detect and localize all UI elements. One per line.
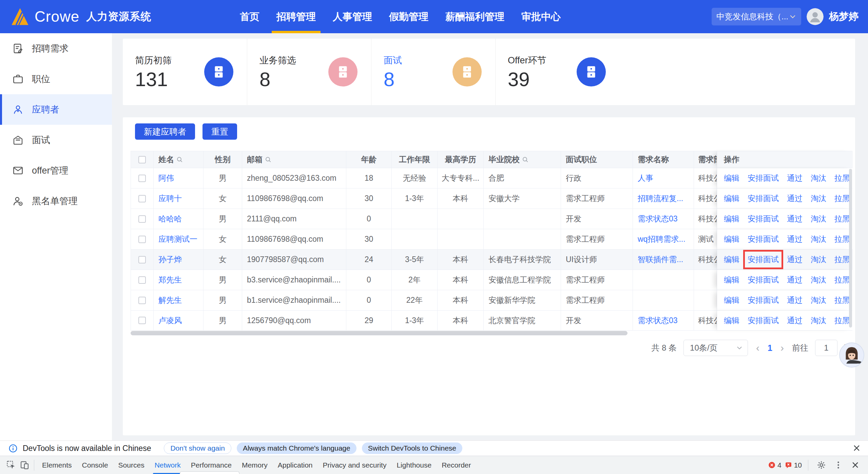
row-checkbox[interactable]: [138, 215, 146, 223]
sidebar-item-职位[interactable]: 职位: [0, 64, 112, 94]
devtools-tab-Application[interactable]: Application: [273, 456, 318, 474]
action-通过[interactable]: 通过: [787, 193, 803, 204]
devtools-tab-Sources[interactable]: Sources: [113, 456, 150, 474]
username[interactable]: 杨梦婷: [829, 10, 859, 23]
current-page[interactable]: 1: [768, 343, 772, 353]
action-拉黑[interactable]: 拉黑: [834, 193, 850, 204]
action-拉黑[interactable]: 拉黑: [834, 254, 850, 265]
switch-chinese-button[interactable]: Switch DevTools to Chinese: [362, 442, 462, 454]
demand-link[interactable]: 智联插件需...: [638, 254, 683, 265]
error-count-badge[interactable]: 4: [768, 461, 782, 469]
demand-link[interactable]: 需求状态03: [638, 315, 678, 326]
action-拉黑[interactable]: 拉黑: [834, 295, 850, 305]
demand-link[interactable]: 需求状态03: [638, 214, 678, 224]
candidate-name-link[interactable]: 哈哈哈: [158, 214, 182, 224]
action-编辑[interactable]: 编辑: [724, 315, 739, 326]
dont-show-again-button[interactable]: Don't show again: [164, 442, 231, 454]
create-candidate-button[interactable]: 新建应聘者: [135, 123, 195, 140]
sidebar-item-面试[interactable]: 面试: [0, 125, 112, 155]
page-size-select[interactable]: 10条/页: [683, 340, 748, 356]
action-通过[interactable]: 通过: [787, 173, 803, 183]
action-安排面试[interactable]: 安排面试: [748, 173, 779, 183]
action-编辑[interactable]: 编辑: [724, 254, 739, 265]
company-select[interactable]: 中竞发信息科技（...: [712, 8, 801, 25]
stat-面试[interactable]: 面试8: [371, 39, 495, 105]
match-language-button[interactable]: Always match Chrome's language: [237, 442, 356, 454]
stat-简历初筛[interactable]: 简历初筛131: [123, 39, 247, 105]
search-icon-wrap[interactable]: [265, 156, 271, 163]
row-checkbox[interactable]: [138, 195, 146, 202]
action-通过[interactable]: 通过: [787, 234, 803, 244]
stat-Offer环节[interactable]: Offer环节39: [495, 39, 619, 105]
issues-count-badge[interactable]: 10: [785, 461, 802, 469]
action-通过[interactable]: 通过: [787, 275, 803, 285]
devtools-tab-Lighthouse[interactable]: Lighthouse: [391, 456, 437, 474]
devtools-tab-Network[interactable]: Network: [150, 456, 186, 474]
action-淘汰[interactable]: 淘汰: [811, 193, 826, 204]
action-安排面试[interactable]: 安排面试: [748, 295, 779, 305]
more-options-icon[interactable]: [831, 458, 845, 472]
action-淘汰[interactable]: 淘汰: [811, 234, 826, 244]
search-icon-wrap[interactable]: [176, 156, 183, 163]
action-编辑[interactable]: 编辑: [724, 234, 739, 244]
goto-page-input[interactable]: 1: [815, 340, 837, 356]
candidate-name-link[interactable]: 卢凌风: [158, 315, 182, 326]
action-通过[interactable]: 通过: [787, 315, 803, 326]
row-checkbox[interactable]: [138, 297, 146, 304]
action-编辑[interactable]: 编辑: [724, 275, 739, 285]
header-checkbox[interactable]: [138, 156, 146, 163]
action-淘汰[interactable]: 淘汰: [811, 254, 826, 265]
search-icon[interactable]: [265, 156, 271, 163]
search-icon-wrap[interactable]: [522, 156, 528, 163]
devtools-tab-Console[interactable]: Console: [77, 456, 113, 474]
candidate-name-link[interactable]: 应聘十: [158, 193, 182, 204]
devtools-tab-Elements[interactable]: Elements: [37, 456, 77, 474]
demand-link[interactable]: 招聘流程复...: [638, 193, 683, 204]
action-通过[interactable]: 通过: [787, 295, 803, 305]
demand-link[interactable]: 人事: [638, 173, 653, 183]
row-checkbox[interactable]: [138, 276, 146, 284]
row-checkbox[interactable]: [138, 236, 146, 243]
row-checkbox[interactable]: [138, 317, 146, 324]
nav-item-假勤管理[interactable]: 假勤管理: [388, 0, 429, 33]
candidate-name-link[interactable]: 孙子烨: [158, 254, 182, 265]
candidate-name-link[interactable]: 应聘测试一: [158, 234, 197, 244]
action-编辑[interactable]: 编辑: [724, 214, 739, 224]
action-淘汰[interactable]: 淘汰: [811, 173, 826, 183]
action-安排面试[interactable]: 安排面试: [748, 254, 779, 265]
next-page-button[interactable]: ›: [779, 342, 785, 354]
assistant-avatar[interactable]: [839, 342, 864, 368]
action-安排面试[interactable]: 安排面试: [748, 275, 779, 285]
search-icon[interactable]: [176, 156, 183, 163]
search-icon[interactable]: [522, 156, 528, 163]
inspect-element-icon[interactable]: [4, 458, 18, 472]
nav-item-审批中心[interactable]: 审批中心: [521, 0, 561, 33]
action-淘汰[interactable]: 淘汰: [811, 315, 826, 326]
nav-item-薪酬福利管理[interactable]: 薪酬福利管理: [445, 0, 505, 33]
action-安排面试[interactable]: 安排面试: [748, 234, 779, 244]
prev-page-button[interactable]: ‹: [755, 342, 761, 354]
row-checkbox[interactable]: [138, 256, 146, 263]
candidate-name-link[interactable]: 郑先生: [158, 275, 182, 285]
action-拉黑[interactable]: 拉黑: [834, 315, 850, 326]
action-通过[interactable]: 通过: [787, 254, 803, 265]
row-checkbox[interactable]: [138, 175, 146, 182]
action-安排面试[interactable]: 安排面试: [748, 214, 779, 224]
candidate-name-link[interactable]: 解先生: [158, 295, 182, 305]
vertical-scrollbar[interactable]: [849, 169, 852, 328]
settings-gear-icon[interactable]: [814, 458, 828, 472]
action-淘汰[interactable]: 淘汰: [811, 214, 826, 224]
action-淘汰[interactable]: 淘汰: [811, 295, 826, 305]
nav-item-人事管理[interactable]: 人事管理: [332, 0, 373, 33]
notice-close-icon[interactable]: [852, 443, 861, 454]
nav-item-首页[interactable]: 首页: [239, 0, 260, 33]
sidebar-item-招聘需求[interactable]: 招聘需求: [0, 33, 112, 64]
sidebar-item-黑名单管理[interactable]: 黑名单管理: [0, 186, 112, 216]
nav-item-招聘管理[interactable]: 招聘管理: [276, 0, 316, 33]
action-编辑[interactable]: 编辑: [724, 295, 739, 305]
user-avatar-icon[interactable]: [807, 8, 824, 25]
devtools-tab-Recorder[interactable]: Recorder: [437, 456, 476, 474]
device-toolbar-icon[interactable]: [18, 458, 31, 472]
action-安排面试[interactable]: 安排面试: [748, 315, 779, 326]
demand-link[interactable]: wq招聘需求...: [638, 234, 686, 244]
